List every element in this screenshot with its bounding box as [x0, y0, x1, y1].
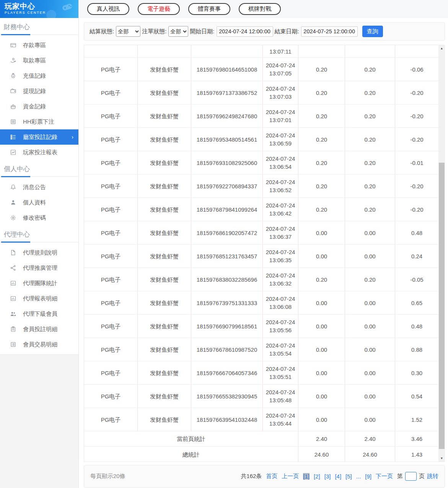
start-date-input[interactable] — [217, 26, 273, 37]
game-name-cell: 发财鱼虾蟹 — [138, 58, 191, 81]
page-link[interactable]: [2] — [314, 473, 320, 480]
bet-id-cell: 1815976851231763457 — [191, 245, 263, 268]
bet-time: 13:06:32 — [269, 279, 292, 287]
profit-cell: -0.20 — [395, 104, 438, 127]
stats-icon — [10, 295, 16, 302]
sidebar-item-funds-records[interactable]: 資金記錄 — [0, 99, 78, 114]
summary-profit-cell: 3.46 — [395, 431, 438, 446]
game-name-cell: 发财鱼虾蟹 — [138, 151, 191, 174]
bet-amount-cell: 0.20 — [298, 58, 345, 81]
bet-date: 2024-07-24 — [266, 131, 295, 139]
moneybag-icon — [10, 73, 16, 79]
prev-page-link[interactable]: 上一页 — [282, 473, 299, 480]
tab-board-games[interactable]: 棋牌對戰 — [239, 3, 281, 15]
bet-time-cell: 2024-07-2413:06:35 — [263, 245, 298, 268]
tab-live-video[interactable]: 真人視訊 — [87, 3, 129, 15]
page-link[interactable]: [3] — [324, 473, 331, 480]
page-link[interactable]: [4] — [335, 473, 341, 480]
sidebar-item-profile[interactable]: 個人資料 — [0, 195, 78, 210]
bet-date: 2024-07-24 — [266, 225, 295, 233]
bet-amount-cell: 0.00 — [298, 408, 345, 431]
bet-time: 13:05:54 — [269, 349, 292, 357]
table-row: PG电子发财鱼虾蟹18159769624982476802024-07-2413… — [84, 104, 438, 128]
tab-e-games[interactable]: 電子遊藝 — [138, 3, 180, 15]
page-link[interactable]: [5] — [345, 473, 352, 480]
sidebar-item-withdraw-zone[interactable]: 取款專區 — [0, 53, 78, 68]
jump-suffix-label: 页 — [419, 473, 425, 480]
first-page-link[interactable]: 首页 — [266, 473, 277, 480]
scrollbar-up-arrow-icon[interactable]: ▲ — [438, 45, 445, 52]
sidebar-item-label: 個人資料 — [23, 199, 46, 206]
bet-amount-cell: 0.00 — [298, 291, 345, 314]
jump-button[interactable]: 跳转 — [427, 473, 438, 480]
scrollbar-thumb[interactable] — [439, 163, 445, 449]
pagination-controls: 共162条 首页 上一页 [1][2][3][4][5]...[9] 下一页 第… — [241, 472, 438, 481]
game-name-cell: 发财鱼虾蟹 — [138, 338, 191, 361]
section-underline — [0, 176, 78, 177]
sidebar-item-hh-lottery-bets[interactable]: HH彩票下注 — [0, 114, 78, 129]
game-name-cell: 发财鱼虾蟹 — [138, 128, 191, 151]
sidebar-nav: 財務中心存款專區取款專區充值記錄提現記錄資金記錄HH彩票下注廳室投註記錄›玩家投… — [0, 18, 78, 352]
scrollbar-down-arrow-icon[interactable]: ▼ — [438, 455, 445, 462]
bet-date: 2024-07-24 — [266, 108, 295, 116]
sidebar-item-agent-rules[interactable]: 代理規則說明 — [0, 245, 78, 260]
sidebar-item-label: 資金記錄 — [23, 103, 46, 110]
sidebar-item-agent-sub-members[interactable]: 代理下級會員 — [0, 306, 78, 322]
sidebar-item-member-trade-detail[interactable]: 會員交易明細 — [0, 337, 78, 352]
bet-time: 13:07:05 — [269, 69, 292, 77]
bet-time-cell: 2024-07-2413:07:01 — [263, 104, 298, 127]
sidebar-item-member-bet-detail[interactable]: 會員投註明細 — [0, 322, 78, 337]
sidebar-item-agent-team-stats[interactable]: 代理團隊統計 — [0, 276, 78, 291]
valid-bet-cell: 0.20 — [345, 81, 395, 104]
search-button[interactable]: 查詢 — [362, 26, 383, 37]
sidebar-item-announcements[interactable]: 消息公告 — [0, 180, 78, 195]
summary-label-cell: 當前頁統計 — [84, 431, 298, 446]
bet-amount-cell: 0.20 — [298, 151, 345, 174]
jump-page-input[interactable] — [405, 472, 417, 481]
settle-status-select[interactable]: 全部 — [116, 26, 140, 37]
page-link[interactable]: [9] — [365, 473, 371, 480]
chevron-right-icon: › — [72, 134, 73, 140]
sidebar-item-agent-report-detail[interactable]: 代理報表明細 — [0, 291, 78, 306]
next-page-link[interactable]: 下一页 — [376, 473, 393, 480]
sidebar-item-deposit-zone[interactable]: 存款專區 — [0, 38, 78, 53]
game-name-cell: 发财鱼虾蟹 — [138, 221, 191, 244]
table-scrollbar[interactable]: ▲ ▼ — [438, 45, 445, 462]
listdoc-icon — [10, 341, 16, 348]
doc-icon — [10, 119, 16, 125]
sidebar-item-player-bet-report[interactable]: 玩家投注報表 — [0, 145, 78, 160]
section-header: 財務中心 — [0, 18, 78, 34]
sidebar-item-withdrawal-records[interactable]: 提現記錄 — [0, 83, 78, 99]
bet-records-table: 13:07:11PG电子发财鱼虾蟹18159769801646510082024… — [84, 45, 445, 462]
bet-time: 13:07:03 — [269, 93, 292, 101]
table-body: 13:07:11PG电子发财鱼虾蟹18159769801646510082024… — [84, 45, 438, 462]
profit-cell: -0.05 — [395, 268, 438, 291]
bet-id-cell: 1815976861902057472 — [191, 221, 263, 244]
bet-date: 2024-07-24 — [266, 388, 295, 396]
sidebar-item-hall-bet-records[interactable]: 廳室投註記錄› — [0, 129, 78, 145]
table-cell — [345, 45, 395, 57]
settle-status-label: 結算狀態: — [90, 28, 114, 35]
profit-cell: 0.65 — [395, 291, 438, 314]
end-date-input[interactable] — [301, 26, 358, 37]
bet-date: 2024-07-24 — [266, 365, 295, 373]
platform-cell: PG电子 — [84, 361, 138, 384]
platform-cell: PG电子 — [84, 245, 138, 268]
tab-sports[interactable]: 體育賽事 — [188, 3, 230, 15]
order-status-select[interactable]: 全部 — [168, 26, 188, 37]
page-link[interactable]: ... — [356, 473, 361, 480]
table-row: PG电子发财鱼虾蟹18159766907996185612024-07-2413… — [84, 315, 438, 338]
sidebar-item-label: 會員投註明細 — [23, 326, 57, 333]
bet-amount-cell: 0.00 — [298, 385, 345, 408]
order-status-label: 注單狀態: — [142, 28, 166, 35]
bet-time-cell: 2024-07-2413:07:03 — [263, 81, 298, 104]
current-page-indicator[interactable]: [1] — [303, 473, 310, 480]
bet-date: 2024-07-24 — [266, 61, 295, 69]
valid-bet-cell: 0.00 — [345, 361, 395, 384]
sidebar-item-label: 充值記錄 — [23, 72, 46, 80]
sidebar-item-recharge-records[interactable]: 充值記錄 — [0, 68, 78, 83]
bet-time-cell: 2024-07-2413:06:42 — [263, 198, 298, 221]
sidebar-item-change-password[interactable]: 修改密碼 — [0, 210, 78, 225]
sidebar-item-agent-promotion[interactable]: 代理推廣管理 — [0, 260, 78, 276]
bet-amount-cell: 0.00 — [298, 245, 345, 268]
